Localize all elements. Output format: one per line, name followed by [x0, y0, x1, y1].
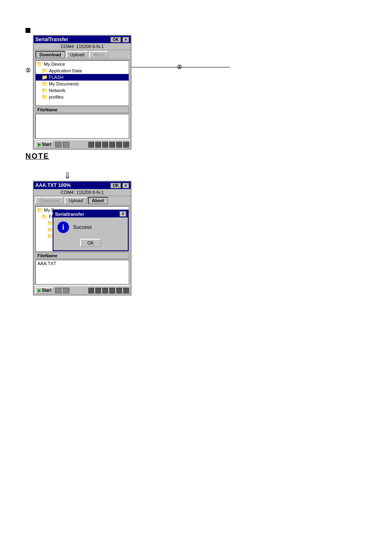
window2-start-btn[interactable]: ▶ Start	[35, 287, 54, 294]
window2-ok-btn[interactable]: OK	[111, 183, 121, 188]
tree-item-profiles[interactable]: 📁 profiles	[36, 94, 129, 100]
w2-taskbar-icon-2	[63, 288, 69, 293]
window1-file-tree: 📁 My Device 📁 Application Data 📁 FLASH 📁…	[35, 60, 129, 106]
window2-close-btn[interactable]: ×	[122, 183, 129, 188]
window2-subtitle: COM4: 115200 8-N-1	[34, 189, 131, 196]
window1-title: SerialTransfer	[35, 37, 68, 42]
window1-file-list	[35, 114, 129, 138]
w2-taskbar-sys-icon-1	[88, 288, 94, 293]
dialog-ok-btn[interactable]: OK	[80, 239, 101, 247]
success-dialog: Serialtransfer × i Success OK	[53, 210, 129, 251]
bullet-square	[25, 28, 30, 33]
tree-label-appdata: Application Data	[49, 68, 82, 73]
window1-ok-btn[interactable]: OK	[111, 37, 121, 42]
w2-taskbar-icon-1	[55, 288, 62, 293]
taskbar-sys-icon-3	[102, 142, 108, 148]
tree-item-mydocs[interactable]: 📁 My Documents	[36, 81, 129, 87]
window2-download-btn[interactable]: Download	[35, 197, 64, 204]
folder-icon-appdata: 📁	[42, 68, 48, 74]
down-arrow: ⇓	[64, 171, 71, 181]
tree-item-mydevice[interactable]: 📁 My Device	[36, 61, 129, 67]
window1-close-btn[interactable]: ×	[122, 37, 129, 42]
window1-upload-btn[interactable]: Upload	[66, 51, 89, 58]
window1-toolbar: Download Upload Abort	[34, 50, 131, 60]
tree-item-appdata[interactable]: 📁 Application Data	[36, 67, 129, 74]
window1-taskbar: ▶ Start	[34, 139, 131, 149]
window1-file-list-header: FileName	[35, 106, 129, 113]
dialog-title: Serialtransfer	[55, 212, 84, 217]
folder-icon-profiles: 📁	[42, 94, 48, 100]
dialog-body: i Success	[53, 217, 128, 237]
w2-start-label: Start	[42, 288, 51, 293]
w2-taskbar-sys-icon-5	[116, 288, 122, 293]
titlebar-2: AAA.TXT 100% OK ×	[34, 182, 131, 189]
window1-download-btn[interactable]: Download	[35, 51, 65, 58]
start-label: Start	[42, 142, 51, 147]
w2-folder-icon-flash: 📁	[42, 214, 48, 219]
annotation-2-top: ②	[25, 67, 31, 74]
window2-upload-btn[interactable]: Upload	[65, 197, 87, 204]
window2-file-list: AAA.TXT	[35, 260, 129, 284]
taskbar-icon-2	[63, 142, 69, 148]
taskbar-sys-icon-5	[116, 142, 122, 148]
dialog-titlebar: Serialtransfer ×	[53, 210, 128, 217]
taskbar-sys-icon-2	[95, 142, 101, 148]
dialog-close-btn[interactable]: ×	[120, 211, 126, 217]
note-label: NOTE	[25, 152, 49, 160]
w2-taskbar-sys-icon-2	[95, 288, 101, 293]
taskbar-sys-icon-6	[123, 142, 129, 148]
titlebar-1: SerialTransfer OK ×	[34, 36, 131, 43]
folder-icon-flash: 📁	[42, 74, 48, 80]
taskbar-icon-1	[55, 142, 62, 148]
folder-icon-mydocs: 📁	[42, 81, 48, 87]
w2-folder-icon-mydevice: 📁	[37, 207, 43, 213]
w2-file-entry[interactable]: AAA.TXT	[36, 260, 129, 267]
window2-title: AAA.TXT 100%	[35, 182, 71, 188]
window1-start-btn[interactable]: ▶ Start	[35, 141, 54, 148]
tree-label-mydocs: My Documents	[49, 81, 79, 86]
window2-abort-btn[interactable]: Abort	[88, 197, 108, 204]
window2-taskbar: ▶ Start	[34, 285, 131, 295]
start-icon: ▶	[38, 142, 41, 147]
folder-icon-network: 📁	[42, 88, 48, 93]
tree-label-mydevice: My Device	[44, 62, 65, 67]
tree-label-flash: FLASH	[49, 75, 63, 80]
tree-label-profiles: profiles	[49, 95, 63, 99]
note-section: NOTE	[25, 152, 49, 161]
w2-taskbar-sys-icon-3	[102, 288, 108, 293]
dialog-message: Success	[73, 224, 92, 230]
w2-taskbar-sys-icon-4	[109, 288, 115, 293]
window1-subtitle: COM4: 115200 8-N-1	[34, 43, 131, 50]
window2-toolbar: Download Upload Abort	[34, 196, 131, 205]
folder-icon-mydevice: 📁	[37, 61, 43, 67]
window1-abort-btn[interactable]: Abort	[89, 51, 108, 58]
serial-transfer-window-1: SerialTransfer OK × COM4: 115200 8-N-1 D…	[33, 35, 131, 150]
taskbar-sys-icon-1	[88, 142, 94, 148]
w2-start-icon: ▶	[38, 288, 41, 293]
info-icon: i	[58, 222, 69, 233]
w2-taskbar-sys-icon-6	[123, 288, 129, 293]
tree-item-network[interactable]: 📁 Network	[36, 87, 129, 94]
window2-file-list-header: FileName	[35, 252, 129, 259]
taskbar-sys-icon-4	[109, 142, 115, 148]
tree-item-flash[interactable]: 📁 FLASH	[36, 74, 129, 81]
tree-label-network: Network	[49, 88, 65, 93]
